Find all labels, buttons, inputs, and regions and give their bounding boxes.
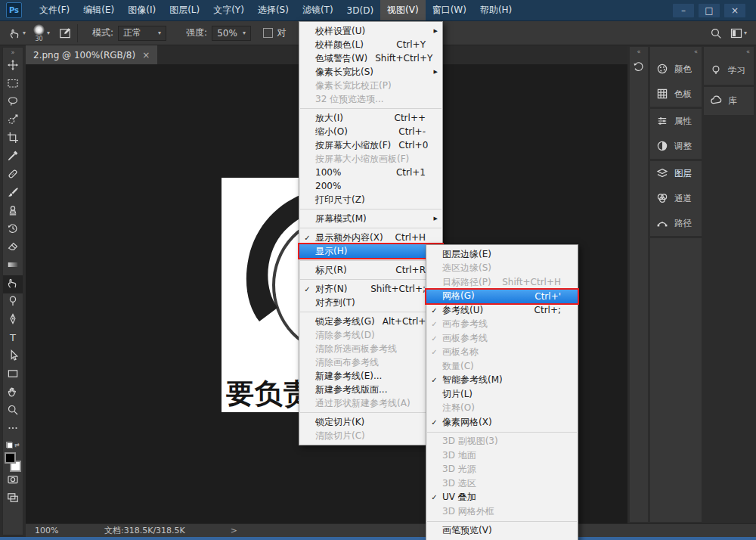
panel-label: 色板: [674, 88, 692, 100]
collapse-arrow-icon[interactable]: «: [650, 47, 702, 57]
menu-item[interactable]: ✓像素网格(X): [426, 415, 578, 430]
menu-item[interactable]: 校样颜色(L)Ctrl+Y: [299, 38, 442, 51]
panel-button-paths[interactable]: 路径: [650, 211, 702, 236]
edit-toolbar[interactable]: [3, 421, 23, 439]
sample-all-layers-checkbox[interactable]: [263, 28, 273, 38]
menu-item[interactable]: ✓UV 叠加: [426, 491, 578, 505]
gradient-tool[interactable]: [3, 257, 23, 275]
zoom-level-field[interactable]: 100%: [35, 526, 74, 535]
menu-item[interactable]: 画笔预览(V): [426, 524, 578, 538]
panel-button-properties[interactable]: 属性: [650, 109, 702, 134]
menu-item[interactable]: 100%Ctrl+1: [299, 166, 442, 179]
menubar-item[interactable]: 滤镜(T): [296, 0, 340, 20]
eraser-tool[interactable]: [3, 239, 23, 257]
menu-item[interactable]: 屏幕模式(M)▶: [299, 212, 442, 225]
brush-tool[interactable]: [3, 185, 23, 203]
menubar-item[interactable]: 文件(F): [33, 0, 76, 20]
panel-button-color[interactable]: 颜色: [650, 57, 702, 82]
collapse-arrow-icon[interactable]: «: [630, 47, 648, 57]
menu-item[interactable]: ✓智能参考线(M): [426, 374, 578, 388]
panel-button-swatches[interactable]: 色板: [650, 82, 702, 107]
panel-button-channels[interactable]: 通道: [650, 186, 702, 211]
clone-stamp-tool[interactable]: [3, 203, 23, 221]
menubar-item[interactable]: 视图(V): [380, 0, 426, 20]
menubar-item[interactable]: 文字(Y): [206, 0, 251, 20]
status-chevron-icon[interactable]: >: [231, 526, 237, 535]
minimize-button[interactable]: –: [673, 4, 694, 17]
menubar-item[interactable]: 帮助(H): [473, 0, 519, 20]
tool-preset-picker[interactable]: ▾: [9, 27, 26, 39]
menu-item[interactable]: 像素长宽比(S)▶: [299, 65, 442, 79]
menu-item[interactable]: 放大(I)Ctrl++: [299, 111, 442, 125]
menu-item[interactable]: 200%: [299, 179, 442, 193]
spot-healing-brush-tool[interactable]: [3, 166, 23, 185]
rectangle-tool[interactable]: [3, 366, 23, 384]
menu-item[interactable]: 新建参考线版面...: [299, 383, 442, 396]
menu-item[interactable]: 对齐到(T)▶: [299, 296, 442, 309]
smudge-tool[interactable]: [3, 275, 23, 293]
menu-item-label: 画板名称: [442, 346, 561, 358]
crop-tool[interactable]: [3, 130, 23, 148]
zoom-tool[interactable]: [3, 402, 23, 421]
toolbar-expand-arrow[interactable]: »: [3, 48, 23, 57]
move-tool[interactable]: [3, 57, 23, 76]
menu-separator: [300, 260, 442, 261]
menu-item[interactable]: ✓对齐(N)Shift+Ctrl+;: [299, 282, 442, 296]
collapse-arrow-icon[interactable]: «: [704, 47, 754, 57]
document-tab[interactable]: 2.png @ 100%(RGB/8) ×: [26, 45, 157, 64]
screen-mode-button[interactable]: [3, 490, 23, 508]
type-tool[interactable]: T: [3, 330, 23, 348]
menu-item[interactable]: ✓参考线(U)Ctrl+;: [426, 303, 578, 318]
eyedropper-tool[interactable]: [3, 148, 23, 166]
menubar-item[interactable]: 编辑(E): [76, 0, 121, 20]
panel-button-layers[interactable]: 图层: [650, 161, 702, 186]
workspace-switcher[interactable]: ▾: [730, 27, 747, 39]
menubar-item[interactable]: 图层(L): [163, 0, 206, 20]
quick-mask-button[interactable]: [3, 472, 23, 490]
menubar-item[interactable]: 3D(D): [340, 0, 380, 20]
menu-item[interactable]: 显示(H)▶: [299, 244, 442, 258]
panel-button-learn[interactable]: 学习: [704, 57, 754, 85]
close-button[interactable]: ×: [724, 4, 745, 17]
menu-item[interactable]: 图层边缘(E): [426, 247, 578, 262]
menu-item[interactable]: 标尺(R)Ctrl+R: [299, 263, 442, 277]
history-brush-tool[interactable]: [3, 221, 23, 239]
menu-item[interactable]: 新建参考线(E)...: [299, 369, 442, 383]
menubar-item[interactable]: 窗口(W): [426, 0, 473, 20]
lasso-tool[interactable]: [3, 94, 23, 112]
mode-dropdown[interactable]: 正常 ▾: [118, 26, 166, 41]
swap-colors-control[interactable]: ⇄: [3, 439, 23, 451]
path-selection-tool[interactable]: [3, 348, 23, 366]
panel-button-adjustments[interactable]: 调整: [650, 134, 702, 159]
menu-item[interactable]: 缩小(O)Ctrl+-: [299, 125, 442, 138]
panel-button-libraries[interactable]: 库: [704, 87, 754, 115]
menubar-item[interactable]: 选择(S): [251, 0, 296, 20]
quick-selection-tool[interactable]: [3, 112, 23, 130]
menu-item[interactable]: ✓显示额外内容(X)Ctrl+H: [299, 231, 442, 244]
brush-size-picker[interactable]: 30: [33, 24, 45, 42]
strength-dropdown[interactable]: 50% ▾: [212, 26, 251, 41]
menu-item-shortcut: Ctrl+Y: [396, 39, 426, 50]
search-icon[interactable]: [710, 27, 721, 39]
menu-item[interactable]: 锁定参考线(G)Alt+Ctrl+;: [299, 315, 442, 328]
menu-item[interactable]: 按屏幕大小缩放(F)Ctrl+0: [299, 138, 442, 152]
menu-item[interactable]: 切片(L): [426, 387, 578, 402]
history-panel-button[interactable]: [630, 57, 648, 76]
close-tab-icon[interactable]: ×: [142, 50, 150, 61]
maximize-button[interactable]: □: [699, 4, 720, 17]
rectangular-marquee-tool[interactable]: [3, 76, 23, 94]
dodge-tool[interactable]: [3, 293, 23, 312]
menu-item[interactable]: 色域警告(W)Shift+Ctrl+Y: [299, 51, 442, 65]
toggle-brush-panel-icon[interactable]: [59, 27, 70, 39]
pen-tool[interactable]: [3, 312, 23, 330]
layers-icon: [656, 167, 669, 180]
menu-item[interactable]: 网格(G)Ctrl+': [426, 290, 578, 304]
menu-item[interactable]: 校样设置(U)▶: [299, 24, 442, 38]
foreground-color-swatch[interactable]: [5, 452, 16, 464]
menu-item-label: 像素长宽比(S): [315, 66, 426, 79]
chevron-down-icon[interactable]: ▾: [47, 29, 50, 36]
menubar-item[interactable]: 图像(I): [121, 0, 163, 20]
menu-item[interactable]: 打印尺寸(Z): [299, 193, 442, 206]
menu-item[interactable]: 锁定切片(K): [299, 415, 442, 429]
hand-tool[interactable]: [3, 384, 23, 402]
